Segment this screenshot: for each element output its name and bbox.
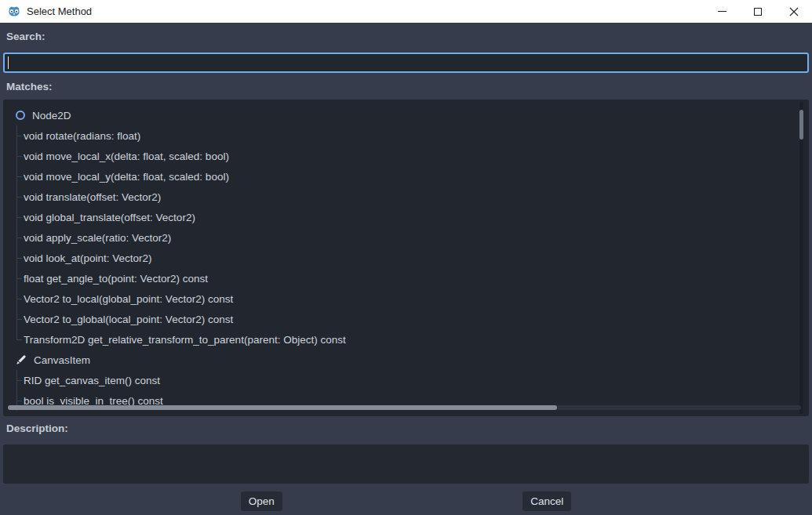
list-item-method[interactable]: float get_angle_to(point: Vector2) const — [3, 268, 809, 288]
matches-list[interactable]: Node2D void rotate(radians: float) void … — [3, 100, 809, 416]
list-item-label: Node2D — [32, 110, 71, 121]
list-item-method[interactable]: void translate(offset: Vector2) — [3, 187, 809, 207]
godot-logo-icon — [8, 5, 20, 18]
text-caret — [8, 56, 9, 69]
maximize-button[interactable] — [740, 0, 776, 23]
list-item-method[interactable]: Transform2D get_relative_transform_to_pa… — [3, 329, 809, 350]
matches-rows: Node2D void rotate(radians: float) void … — [3, 105, 809, 411]
list-item-label: void apply_scale(ratio: Vector2) — [24, 232, 171, 244]
canvasitem-icon — [16, 354, 27, 365]
list-item-method[interactable]: RID get_canvas_item() const — [3, 370, 809, 390]
list-item-method[interactable]: void global_translate(offset: Vector2) — [3, 207, 809, 227]
list-item-label: Vector2 to_local(global_point: Vector2) … — [24, 293, 233, 305]
close-icon — [789, 7, 799, 16]
list-item-label: Transform2D get_relative_transform_to_pa… — [24, 334, 346, 346]
vertical-scrollbar-track[interactable] — [799, 102, 803, 414]
window-controls — [704, 0, 812, 23]
dialog-footer: Open Cancel — [0, 491, 812, 511]
minimize-button[interactable] — [704, 0, 740, 23]
open-button[interactable]: Open — [241, 491, 282, 511]
matches-label: Matches: — [6, 81, 53, 92]
window-title: Select Method — [27, 5, 92, 17]
minimize-icon — [718, 11, 726, 12]
node2d-icon — [16, 111, 25, 120]
cancel-button[interactable]: Cancel — [523, 491, 571, 511]
list-item-method[interactable]: Vector2 to_local(global_point: Vector2) … — [3, 288, 809, 309]
list-item-label: void move_local_y(delta: float, scaled: … — [24, 171, 229, 183]
description-panel — [3, 444, 809, 484]
title-bar: Select Method — [0, 0, 812, 23]
list-item-label: float get_angle_to(point: Vector2) const — [24, 273, 208, 285]
list-item-method[interactable]: void move_local_x(delta: float, scaled: … — [3, 146, 809, 166]
list-item-label: void rotate(radians: float) — [24, 130, 140, 142]
list-item-label: void move_local_x(delta: float, scaled: … — [24, 151, 229, 162]
list-item-class[interactable]: CanvasItem — [3, 350, 809, 370]
list-item-label: RID get_canvas_item() const — [24, 375, 160, 386]
list-item-label: Vector2 to_global(local_point: Vector2) … — [24, 314, 233, 325]
list-item-method[interactable]: void rotate(radians: float) — [3, 125, 809, 146]
list-item-label: void look_at(point: Vector2) — [24, 252, 152, 264]
search-input[interactable] — [3, 53, 809, 73]
list-item-method[interactable]: void move_local_y(delta: float, scaled: … — [3, 166, 809, 187]
list-item-class[interactable]: Node2D — [3, 105, 809, 125]
list-item-method[interactable]: void look_at(point: Vector2) — [3, 248, 809, 268]
search-label: Search: — [6, 31, 46, 42]
list-item-label: void global_translate(offset: Vector2) — [24, 212, 195, 223]
description-label: Description: — [6, 423, 68, 434]
list-item-method[interactable]: void apply_scale(ratio: Vector2) — [3, 227, 809, 248]
list-item-method[interactable]: Vector2 to_global(local_point: Vector2) … — [3, 309, 809, 329]
horizontal-scrollbar-thumb[interactable] — [8, 405, 557, 410]
close-button[interactable] — [776, 0, 812, 23]
vertical-scrollbar-thumb[interactable] — [799, 110, 803, 140]
list-item-label: void translate(offset: Vector2) — [24, 191, 161, 203]
maximize-icon — [754, 8, 762, 16]
list-item-label: CanvasItem — [34, 354, 90, 366]
